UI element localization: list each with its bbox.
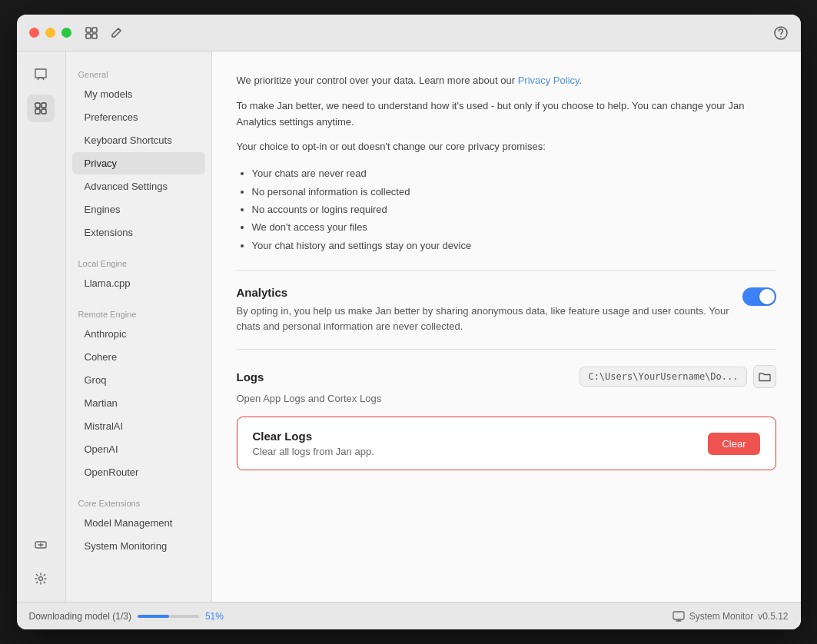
nav-martian[interactable]: Martian: [72, 392, 205, 414]
nav-groq[interactable]: Groq: [72, 369, 205, 391]
app-window: General My models Preferences Keyboard S…: [17, 15, 801, 629]
privacy-promises-intro: Your choice to opt-in or out doesn't cha…: [237, 139, 776, 155]
bullet-5: Your chat history and settings stay on y…: [252, 237, 776, 254]
download-label: Downloading model (1/3): [29, 611, 131, 622]
analytics-text-group: Analytics By opting in, you help us make…: [237, 286, 742, 334]
nav-preferences[interactable]: Preferences: [72, 106, 205, 128]
analytics-section: Analytics By opting in, you help us make…: [237, 286, 776, 334]
nav-privacy[interactable]: Privacy: [72, 152, 205, 174]
logs-header-row: Logs C:\Users\YourUsername\Do...: [237, 365, 776, 388]
svg-rect-7: [42, 103, 46, 108]
bullet-1: Your chats are never read: [252, 164, 776, 182]
nav-advanced-settings[interactable]: Advanced Settings: [72, 175, 205, 198]
content-area: We prioritize your control over your dat…: [212, 51, 801, 602]
nav-keyboard-shortcuts[interactable]: Keyboard Shortcuts: [72, 129, 205, 151]
logs-title: Logs: [237, 370, 264, 383]
core-extensions-section-label: Core Extensions: [66, 493, 211, 511]
monitor-icon: [673, 611, 685, 622]
logs-path-row: C:\Users\YourUsername\Do...: [580, 365, 775, 388]
titlebar-right: [773, 25, 789, 41]
titlebar-icons: [84, 25, 124, 41]
analytics-desc: By opting in, you help us make Jan bette…: [237, 304, 742, 334]
system-monitor-label[interactable]: System Monitor: [689, 611, 753, 622]
nav-mistralai[interactable]: MistralAI: [72, 415, 205, 437]
nav-llama-cpp[interactable]: Llama.cpp: [72, 272, 205, 294]
traffic-lights: [29, 28, 71, 38]
svg-rect-6: [35, 103, 40, 108]
svg-point-5: [780, 35, 782, 37]
svg-rect-1: [92, 28, 97, 32]
main-content: General My models Preferences Keyboard S…: [17, 51, 801, 602]
svg-point-11: [39, 577, 43, 581]
remote-engine-section-label: Remote Engine: [66, 304, 211, 322]
nav-system-monitoring[interactable]: System Monitoring: [72, 535, 205, 557]
svg-rect-9: [42, 109, 46, 114]
analytics-title: Analytics: [237, 286, 742, 299]
logs-subtitle: Open App Logs and Cortex Logs: [237, 393, 776, 404]
edit-icon[interactable]: [108, 25, 124, 41]
local-engine-section-label: Local Engine: [66, 253, 211, 271]
nav-my-models[interactable]: My models: [72, 83, 205, 105]
analytics-toggle[interactable]: [742, 287, 776, 306]
help-icon[interactable]: [773, 25, 789, 41]
minimize-button[interactable]: [45, 28, 55, 38]
chat-sidebar-icon[interactable]: [27, 61, 55, 88]
maximize-button[interactable]: [61, 28, 71, 38]
nav-openrouter[interactable]: OpenRouter: [72, 461, 205, 483]
nav-cohere[interactable]: Cohere: [72, 346, 205, 368]
clear-logs-button[interactable]: Clear: [708, 433, 759, 455]
statusbar-right: System Monitor v0.5.12: [673, 611, 789, 622]
bullet-3: No accounts or logins required: [252, 201, 776, 218]
divider-1: [237, 270, 776, 271]
clear-logs-desc: Clear all logs from Jan app.: [253, 446, 374, 457]
progress-bar: [138, 615, 199, 618]
progress-percent: 51%: [205, 611, 224, 622]
titlebar: [17, 15, 801, 51]
nav-extensions[interactable]: Extensions: [72, 221, 205, 244]
clear-logs-section: Clear Logs Clear all logs from Jan app. …: [237, 417, 776, 470]
bullet-4: We don't access your files: [252, 218, 776, 236]
clear-logs-text-group: Clear Logs Clear all logs from Jan app.: [253, 430, 374, 457]
nav-engines[interactable]: Engines: [72, 198, 205, 221]
nav-model-management[interactable]: Model Management: [72, 512, 205, 534]
nav-panel: General My models Preferences Keyboard S…: [66, 51, 212, 602]
download-info: Downloading model (1/3) 51%: [29, 611, 224, 622]
privacy-policy-link[interactable]: Privacy Policy: [518, 75, 580, 86]
settings-sidebar-icon[interactable]: [27, 565, 55, 593]
logs-path-display: C:\Users\YourUsername\Do...: [580, 367, 746, 387]
nav-openai[interactable]: OpenAI: [72, 438, 205, 460]
general-section-label: General: [66, 64, 211, 82]
svg-rect-2: [86, 34, 91, 38]
open-folder-button[interactable]: [753, 365, 776, 388]
divider-2: [237, 349, 776, 350]
close-button[interactable]: [29, 28, 39, 38]
bullet-2: No personal information is collected: [252, 183, 776, 201]
privacy-text-1: We prioritize your control over your dat…: [237, 73, 776, 89]
nav-anthropic[interactable]: Anthropic: [72, 323, 205, 345]
svg-rect-8: [35, 109, 40, 114]
svg-rect-3: [92, 34, 97, 38]
clear-logs-title: Clear Logs: [253, 430, 374, 443]
progress-bar-fill: [138, 615, 169, 618]
statusbar: Downloading model (1/3) 51% System Monit…: [17, 602, 801, 629]
models-sidebar-icon[interactable]: [27, 95, 55, 122]
version-label: v0.5.12: [758, 611, 788, 622]
svg-rect-0: [86, 28, 91, 32]
left-sidebar: [17, 51, 66, 602]
privacy-text-2: To make Jan better, we need to understan…: [237, 98, 776, 131]
svg-rect-12: [673, 612, 684, 619]
privacy-bullets-list: Your chats are never read No personal in…: [252, 164, 776, 254]
grid-icon[interactable]: [84, 25, 99, 41]
remote-sidebar-icon[interactable]: [27, 531, 55, 559]
